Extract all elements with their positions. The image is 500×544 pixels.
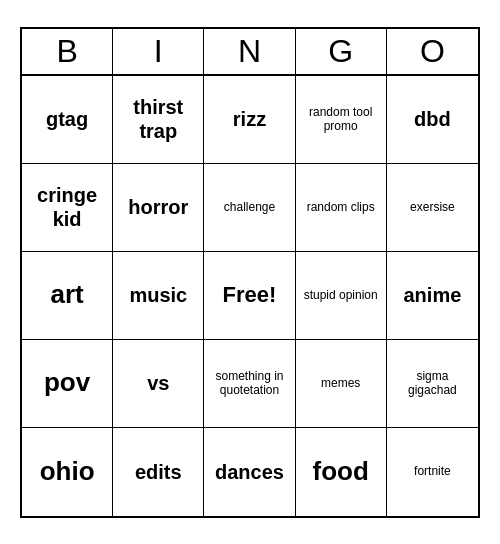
cell-text-4: dbd bbox=[414, 107, 451, 131]
bingo-cell-3[interactable]: random tool promo bbox=[296, 76, 387, 164]
cell-text-0: gtag bbox=[46, 107, 88, 131]
bingo-cell-8[interactable]: random clips bbox=[296, 164, 387, 252]
header-letter-b: B bbox=[22, 29, 113, 74]
bingo-cell-24[interactable]: fortnite bbox=[387, 428, 478, 516]
bingo-cell-11[interactable]: music bbox=[113, 252, 204, 340]
bingo-header: BINGO bbox=[22, 29, 478, 76]
bingo-cell-10[interactable]: art bbox=[22, 252, 113, 340]
bingo-cell-5[interactable]: cringe kid bbox=[22, 164, 113, 252]
cell-text-22: dances bbox=[215, 460, 284, 484]
cell-text-12: Free! bbox=[223, 282, 277, 308]
cell-text-18: memes bbox=[321, 376, 360, 390]
cell-text-20: ohio bbox=[40, 456, 95, 487]
bingo-cell-23[interactable]: food bbox=[296, 428, 387, 516]
cell-text-19: sigma gigachad bbox=[391, 369, 474, 398]
bingo-cell-6[interactable]: horror bbox=[113, 164, 204, 252]
bingo-cell-17[interactable]: something in quotetation bbox=[204, 340, 295, 428]
cell-text-21: edits bbox=[135, 460, 182, 484]
cell-text-8: random clips bbox=[307, 200, 375, 214]
bingo-cell-18[interactable]: memes bbox=[296, 340, 387, 428]
bingo-cell-22[interactable]: dances bbox=[204, 428, 295, 516]
bingo-grid: gtagthirst traprizzrandom tool promodbdc… bbox=[22, 76, 478, 516]
cell-text-23: food bbox=[313, 456, 369, 487]
header-letter-o: O bbox=[387, 29, 478, 74]
bingo-cell-12[interactable]: Free! bbox=[204, 252, 295, 340]
cell-text-7: challenge bbox=[224, 200, 275, 214]
header-letter-n: N bbox=[204, 29, 295, 74]
cell-text-9: exersise bbox=[410, 200, 455, 214]
bingo-cell-20[interactable]: ohio bbox=[22, 428, 113, 516]
cell-text-13: stupid opinion bbox=[304, 288, 378, 302]
bingo-cell-1[interactable]: thirst trap bbox=[113, 76, 204, 164]
cell-text-15: pov bbox=[44, 367, 90, 398]
cell-text-10: art bbox=[50, 279, 83, 310]
bingo-cell-0[interactable]: gtag bbox=[22, 76, 113, 164]
cell-text-24: fortnite bbox=[414, 464, 451, 478]
cell-text-14: anime bbox=[403, 283, 461, 307]
bingo-cell-16[interactable]: vs bbox=[113, 340, 204, 428]
bingo-card: BINGO gtagthirst traprizzrandom tool pro… bbox=[20, 27, 480, 518]
bingo-cell-9[interactable]: exersise bbox=[387, 164, 478, 252]
bingo-cell-19[interactable]: sigma gigachad bbox=[387, 340, 478, 428]
cell-text-16: vs bbox=[147, 371, 169, 395]
bingo-cell-13[interactable]: stupid opinion bbox=[296, 252, 387, 340]
cell-text-11: music bbox=[129, 283, 187, 307]
cell-text-3: random tool promo bbox=[300, 105, 382, 134]
bingo-cell-14[interactable]: anime bbox=[387, 252, 478, 340]
cell-text-1: thirst trap bbox=[117, 95, 199, 143]
cell-text-5: cringe kid bbox=[26, 183, 108, 231]
cell-text-17: something in quotetation bbox=[208, 369, 290, 398]
bingo-cell-15[interactable]: pov bbox=[22, 340, 113, 428]
bingo-cell-7[interactable]: challenge bbox=[204, 164, 295, 252]
cell-text-6: horror bbox=[128, 195, 188, 219]
bingo-cell-2[interactable]: rizz bbox=[204, 76, 295, 164]
bingo-cell-21[interactable]: edits bbox=[113, 428, 204, 516]
cell-text-2: rizz bbox=[233, 107, 266, 131]
header-letter-g: G bbox=[296, 29, 387, 74]
bingo-cell-4[interactable]: dbd bbox=[387, 76, 478, 164]
header-letter-i: I bbox=[113, 29, 204, 74]
